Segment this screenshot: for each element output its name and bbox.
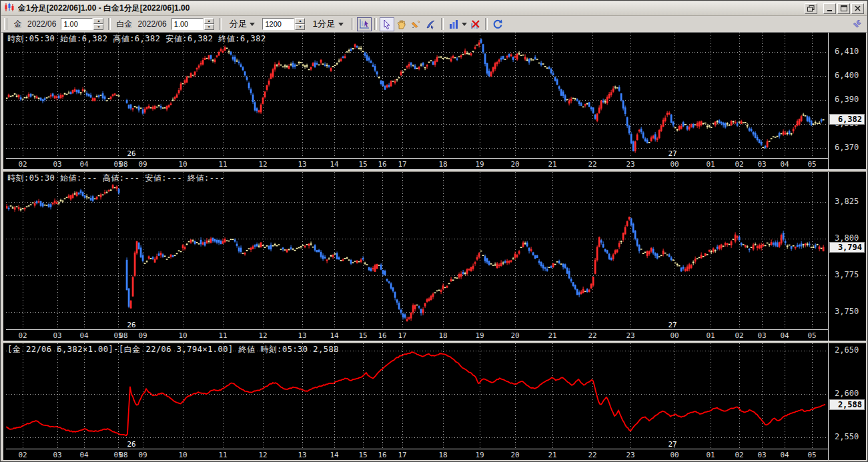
interval-dropdown[interactable]: 1分足 [308, 16, 347, 32]
toolbar-separator [219, 18, 222, 30]
price-tick-label: 3,825 [835, 197, 859, 206]
minimize-icon [827, 5, 833, 11]
price-tick-label: 3,750 [835, 307, 859, 316]
time-tick-label: 17 [398, 160, 406, 169]
gold-mult-down-arrow-icon[interactable]: ▼ [93, 24, 103, 30]
maximize-button[interactable] [837, 3, 850, 14]
trendline-tool-button[interactable] [409, 17, 424, 31]
chevron-down-icon [250, 23, 255, 26]
delete-study-button[interactable] [468, 17, 482, 31]
price-tick-label: 6,400 [835, 71, 859, 80]
bar-count-down-arrow-icon[interactable]: ▼ [295, 24, 305, 30]
gold-multiplier-stepper: ▲ ▼ [61, 18, 103, 30]
time-tick-label: 20 [510, 160, 519, 169]
platinum-time-axis: 0203040508091011121314151617181920212223… [6, 329, 828, 341]
time-tick-label: 10 [178, 160, 187, 169]
toolbar-separator [108, 18, 111, 30]
time-tick-label: 04 [780, 331, 789, 340]
reload-icon: R [492, 19, 503, 29]
current-price-badge: 3,794 [829, 242, 865, 253]
time-tick-label: 03 [757, 160, 766, 169]
time-tick-label: 23 [626, 451, 634, 459]
app-window: 金1分足[2022/06]1.00 - 白金1分足[2022/06]1.00 [0, 0, 868, 462]
time-tick-label: 01 [706, 331, 715, 340]
time-tick-label: 16 [378, 160, 386, 169]
time-tick-label: 17 [398, 451, 406, 459]
settings-button[interactable] [849, 17, 864, 31]
maximize-icon [841, 5, 847, 11]
draw-tool-button[interactable] [424, 17, 438, 31]
date-marker: 26 [127, 149, 135, 158]
date-marker: 27 [668, 321, 677, 329]
time-tick-label: 04 [79, 160, 88, 169]
bar-count-up-arrow-icon[interactable]: ▲ [295, 18, 305, 24]
platinum-symbol-label: 白金 [116, 19, 132, 30]
window-title: 金1分足[2022/06]1.00 - 白金1分足[2022/06]1.00 [18, 3, 805, 14]
price-tick-label: 6,370 [835, 143, 859, 152]
time-tick-label: 21 [548, 331, 556, 340]
minimize-button[interactable] [823, 3, 836, 14]
price-tick-label: 6,390 [835, 95, 859, 104]
time-tick-label: 13 [298, 451, 306, 459]
toolbar-grip[interactable] [4, 18, 7, 30]
gold-plot[interactable]: 2627 時刻:05:30 始値:6,382 高値:6,382 安値:6,382… [6, 33, 828, 158]
chart-type-button[interactable] [446, 17, 461, 31]
platinum-multiplier-input[interactable] [171, 18, 203, 30]
trendline-pencil-icon [411, 19, 421, 29]
draw-pen-icon [426, 19, 436, 29]
time-tick-label: 08 [119, 160, 127, 169]
time-tick-label: 11 [218, 451, 227, 459]
time-tick-label: 00 [670, 331, 679, 340]
time-tick-label: 21 [548, 451, 556, 459]
pan-tool-button[interactable] [394, 17, 409, 31]
time-tick-label: 16 [378, 451, 386, 459]
gold-multiplier-input[interactable] [61, 18, 93, 30]
platinum-plot[interactable]: 2627 時刻:05:30 始値:--- 高値:--- 安値:--- 終値:--… [6, 172, 828, 329]
time-tick-label: 03 [53, 160, 61, 169]
chart-type-dropdown-button[interactable] [461, 17, 468, 31]
gold-chart-panel: 2627 時刻:05:30 始値:6,382 高値:6,382 安値:6,382… [3, 33, 866, 169]
time-tick-label: 15 [358, 451, 367, 459]
bar-count-input[interactable] [262, 18, 294, 30]
time-tick-label: 18 [438, 160, 447, 169]
platinum-multiplier-stepper: ▲ ▼ [171, 18, 214, 30]
time-tick-label: 09 [138, 160, 147, 169]
spread-plot[interactable]: 2627 [金 22/06 6,382×1.00]-[白金 22/06 3,79… [6, 343, 828, 449]
gold-symbol-label: 金 [14, 19, 22, 30]
cascade-icon [807, 5, 815, 12]
time-tick-label: 11 [218, 331, 227, 340]
price-tick-label: 2,550 [835, 432, 859, 441]
select-tool-button[interactable] [380, 17, 394, 31]
close-button[interactable] [851, 3, 864, 14]
platinum-mult-down-arrow-icon[interactable]: ▼ [204, 24, 214, 30]
cascade-windows-button[interactable] [805, 3, 817, 14]
price-tick-label: 6,410 [835, 47, 859, 56]
delete-study-icon [470, 19, 480, 29]
time-tick-label: 10 [178, 451, 187, 459]
svg-text:R: R [499, 20, 502, 24]
platinum-price-axis: 3,8253,8003,7753,7503,794 [828, 172, 866, 341]
time-tick-label: 09 [138, 451, 147, 459]
time-tick-label: 23 [626, 160, 634, 169]
time-tick-label: 23 [626, 331, 634, 340]
platinum-mult-up-arrow-icon[interactable]: ▲ [204, 18, 214, 24]
titlebar[interactable]: 金1分足[2022/06]1.00 - 白金1分足[2022/06]1.00 [1, 1, 867, 16]
time-tick-label: 08 [119, 451, 127, 459]
date-marker: 27 [668, 440, 677, 449]
time-tick-label: 15 [358, 160, 367, 169]
gold-mult-up-arrow-icon[interactable]: ▲ [93, 18, 103, 24]
crosshair-mode-button[interactable] [357, 17, 372, 31]
period-type-dropdown[interactable]: 分足 [226, 16, 260, 32]
time-tick-label: 04 [79, 451, 88, 459]
time-tick-label: 14 [330, 160, 338, 169]
crosshair-mode-icon [359, 19, 370, 29]
platinum-contract-month: 2022/06 [137, 19, 166, 29]
spread-price-axis: 2,6502,6002,5502,588 [828, 343, 866, 460]
time-tick-label: 17 [398, 331, 406, 340]
time-tick-label: 04 [780, 451, 789, 459]
time-tick-label: 14 [330, 451, 338, 459]
time-tick-label: 12 [258, 331, 267, 340]
reload-button[interactable]: R [490, 17, 505, 31]
toolbar: 金 2022/06 ▲ ▼ 白金 2022/06 ▲ ▼ 分足 ▲ [1, 16, 867, 33]
time-tick-label: 10 [178, 331, 187, 340]
